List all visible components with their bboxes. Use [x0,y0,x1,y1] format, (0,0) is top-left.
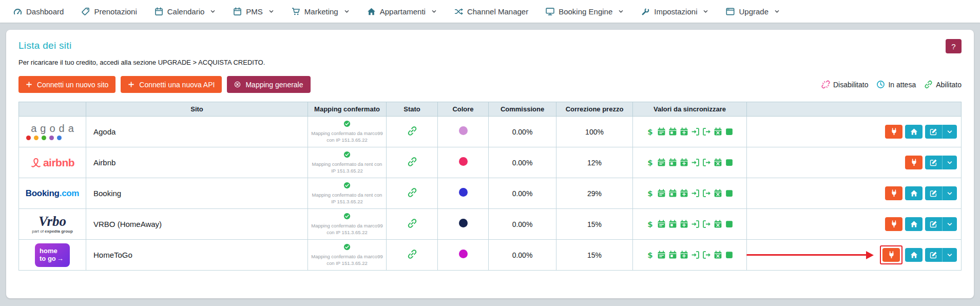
color-dot[interactable] [459,250,468,258]
more-actions-button[interactable] [942,186,957,200]
agoda-logo: agoda [21,123,84,140]
calendar-day-icon[interactable] [668,251,677,259]
calendar-plus-icon[interactable] [680,251,688,259]
more-actions-button[interactable] [942,125,957,139]
calendar-x-icon[interactable] [714,127,722,136]
sign-in-icon[interactable] [691,158,700,167]
edit-button[interactable] [925,217,942,231]
nav-item-booking-engine[interactable]: Booking Engine [546,7,624,16]
calendar-week-icon[interactable] [657,220,666,228]
connetti-una-nuova-api-button[interactable]: Connetti una nuova API [121,76,222,93]
commissione-value: 0.00% [489,178,556,209]
nav-item-impostazioni[interactable]: Impostazioni [641,7,708,16]
sign-out-icon[interactable] [702,220,711,228]
sign-out-icon[interactable] [702,251,711,259]
calendar-day-icon[interactable] [668,189,677,198]
nav-item-marketing[interactable]: Marketing [292,7,350,16]
calendar-plus-icon[interactable] [680,127,688,136]
edit-button-group [925,125,957,139]
nav-item-upgrade[interactable]: Upgrade [726,7,780,16]
calendar-day-icon[interactable] [668,220,677,228]
logo-cell: hometo go→ [19,240,86,271]
help-button[interactable]: ? [946,39,962,53]
square-icon[interactable] [725,158,734,167]
calendar-x-icon[interactable] [714,158,722,167]
more-actions-button[interactable] [942,156,957,169]
sign-in-icon[interactable] [691,251,700,259]
calendar-plus-icon[interactable] [680,220,688,228]
sign-in-icon[interactable] [691,189,700,198]
sign-out-icon[interactable] [702,127,711,136]
legend-label: In attesa [888,81,916,89]
edit-button[interactable] [925,186,942,200]
nav-item-prenotazioni[interactable]: Prenotazioni [81,7,137,16]
nav-item-label: Dashboard [26,7,64,16]
color-dot[interactable] [459,126,468,135]
nav-item-channel-manager[interactable]: Channel Manager [454,7,528,16]
nav-item-pms[interactable]: PMS [233,7,274,16]
color-dot[interactable] [459,157,468,166]
edit-button[interactable] [925,125,942,139]
home-button[interactable] [905,186,923,200]
square-icon[interactable] [725,127,734,136]
calendar-week-icon[interactable] [657,158,666,167]
logo-cell: Vrbopart of expedia group [19,209,86,240]
dollar-icon[interactable] [646,158,655,167]
square-icon[interactable] [725,251,734,259]
actions-cell [747,117,962,147]
sync-values-cell [633,147,747,178]
link-icon[interactable] [407,218,417,228]
color-dot[interactable] [459,219,468,227]
colore-cell [438,147,489,178]
link-icon[interactable] [407,187,417,198]
calendar-x-icon[interactable] [714,251,722,259]
home-button[interactable] [905,125,923,139]
correzione-prezzo-value: 100% [556,117,633,147]
more-actions-button[interactable] [942,217,957,231]
calendar-day-icon[interactable] [668,127,677,136]
dollar-icon[interactable] [646,127,655,136]
color-dot[interactable] [459,188,468,197]
sync-values-cell [633,117,747,147]
sign-out-icon[interactable] [702,189,711,198]
actions-cell [747,147,962,178]
sign-out-icon[interactable] [702,158,711,167]
square-icon[interactable] [725,220,734,228]
edit-button[interactable] [925,156,942,169]
dollar-icon[interactable] [646,251,655,259]
sign-in-icon[interactable] [691,127,700,136]
more-actions-button[interactable] [942,248,957,262]
calendar-week-icon[interactable] [657,189,666,198]
nav-item-calendario[interactable]: Calendario [155,7,216,16]
square-icon[interactable] [725,189,734,198]
calendar-week-icon[interactable] [657,251,666,259]
calendar-week-icon[interactable] [657,127,666,136]
nav-item-dashboard[interactable]: Dashboard [13,7,64,16]
home-button[interactable] [905,217,923,231]
nav-item-appartamenti[interactable]: Appartamenti [367,7,437,16]
sign-in-icon[interactable] [691,220,700,228]
plug-button[interactable] [885,186,902,200]
home-button[interactable] [905,248,923,262]
dollar-icon[interactable] [646,189,655,198]
plug-button[interactable] [905,156,923,169]
correzione-prezzo-value: 15% [556,209,633,240]
calendar-x-icon[interactable] [714,220,722,228]
dollar-icon[interactable] [646,220,655,228]
stato-cell [387,147,438,178]
table-row-agoda: agodaAgodaMapping confermato da marco99 … [19,117,962,147]
plug-button[interactable] [885,125,902,139]
calendar-plus-icon[interactable] [680,189,688,198]
mapping-generale-button[interactable]: Mapping generale [227,76,310,93]
calendar-x-icon[interactable] [714,189,722,198]
plug-button[interactable] [882,248,900,262]
connetti-un-nuovo-sito-button[interactable]: Connetti un nuovo sito [18,76,116,93]
calendar-day-icon[interactable] [668,158,677,167]
calendar-plus-icon[interactable] [680,158,688,167]
plug-button[interactable] [885,217,902,231]
edit-button[interactable] [925,248,942,262]
main-card: Lista dei siti ? Per ricaricare il tuo c… [6,30,974,298]
link-icon[interactable] [407,126,417,136]
link-icon[interactable] [407,249,417,259]
link-icon[interactable] [407,157,417,167]
